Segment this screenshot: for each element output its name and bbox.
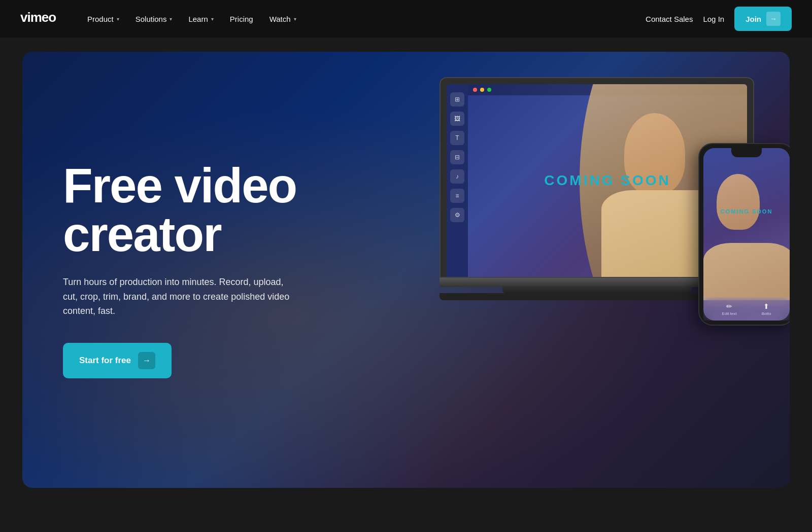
botto-label: Botto	[762, 311, 771, 316]
nav-item-watch[interactable]: Watch ▾	[262, 11, 303, 27]
laptop-base	[439, 278, 754, 287]
phone-screen: COMING SOON ✏ Edit text ⬆ Botto	[703, 148, 790, 321]
hero-title-line1: Free video	[63, 158, 296, 212]
nav-item-product[interactable]: Product ▾	[80, 11, 126, 27]
dot-red	[473, 88, 477, 92]
navbar-right: Contact Sales Log In Join →	[646, 7, 792, 31]
laptop-canvas: COMING SOON	[468, 84, 747, 277]
cta-arrow-icon: →	[138, 352, 155, 369]
phone-mockup: COMING SOON ✏ Edit text ⬆ Botto	[698, 143, 790, 326]
hero-title-line2: creator	[63, 207, 221, 261]
laptop-bottom	[439, 293, 754, 300]
nav-item-pricing[interactable]: Pricing	[223, 11, 260, 27]
botto-icon: ⬆	[763, 302, 769, 310]
coming-soon-phone-text: COMING SOON	[721, 208, 773, 215]
svg-text:vimeo: vimeo	[20, 11, 56, 25]
join-button[interactable]: Join →	[734, 7, 792, 31]
login-link[interactable]: Log In	[703, 15, 724, 23]
phone-notch	[731, 148, 762, 157]
screen-header	[468, 84, 747, 95]
tool-music-icon: ♪	[450, 169, 464, 184]
join-arrow-icon: →	[766, 12, 781, 26]
phone-bottom-bar: ✏ Edit text ⬆ Botto	[703, 297, 790, 321]
phone-bottom-botto: ⬆ Botto	[762, 302, 771, 316]
tool-layout-icon: ⊟	[450, 150, 464, 164]
nav-item-solutions[interactable]: Solutions ▾	[128, 11, 180, 27]
hero-wrapper: Free video creator Turn hours of product…	[0, 38, 812, 502]
tool-image-icon: 🖼	[450, 112, 464, 126]
nav-label-learn: Learn	[188, 15, 208, 23]
hero-section: Free video creator Turn hours of product…	[22, 52, 790, 488]
navbar: vimeo Product ▾ Solutions ▾ Learn ▾ Pric…	[0, 0, 812, 38]
nav-item-learn[interactable]: Learn ▾	[181, 11, 220, 27]
solutions-chevron-icon: ▾	[170, 16, 172, 22]
edit-text-label: Edit text	[722, 311, 737, 316]
nav-label-watch: Watch	[269, 15, 291, 23]
laptop-screen-outer: ⊞ 🖼 T ⊟ ♪ ≡ ⚙	[439, 77, 754, 278]
coming-soon-text: COMING SOON	[544, 172, 670, 189]
phone-bottom-edit: ✏ Edit text	[722, 302, 737, 316]
tool-caption-icon: ≡	[450, 189, 464, 203]
join-label: Join	[746, 15, 761, 23]
start-free-button[interactable]: Start for free →	[63, 343, 172, 378]
tool-settings-icon: ⚙	[450, 208, 464, 222]
cta-label: Start for free	[79, 356, 131, 366]
dot-yellow	[480, 88, 484, 92]
hero-title: Free video creator	[63, 161, 296, 259]
laptop-mockup: ⊞ 🖼 T ⊟ ♪ ≡ ⚙	[439, 77, 754, 300]
nav-label-product: Product	[87, 15, 114, 23]
watch-chevron-icon: ▾	[294, 16, 296, 22]
laptop-screen-inner: ⊞ 🖼 T ⊟ ♪ ≡ ⚙	[447, 84, 747, 277]
hero-devices: ⊞ 🖼 T ⊟ ♪ ≡ ⚙	[424, 52, 790, 488]
contact-sales-link[interactable]: Contact Sales	[646, 15, 693, 23]
product-chevron-icon: ▾	[117, 16, 119, 22]
dot-green	[487, 88, 491, 92]
laptop-toolbar: ⊞ 🖼 T ⊟ ♪ ≡ ⚙	[447, 84, 468, 277]
nav-label-pricing: Pricing	[230, 15, 253, 23]
nav-items: Product ▾ Solutions ▾ Learn ▾ Pricing Wa…	[80, 11, 303, 27]
edit-pen-icon: ✏	[726, 302, 732, 310]
nav-label-solutions: Solutions	[136, 15, 167, 23]
tool-text-icon: T	[450, 131, 464, 145]
learn-chevron-icon: ▾	[211, 16, 214, 22]
tool-grid-icon: ⊞	[450, 92, 464, 107]
navbar-left: vimeo Product ▾ Solutions ▾ Learn ▾ Pric…	[20, 11, 303, 27]
logo[interactable]: vimeo	[20, 11, 66, 27]
hero-content: Free video creator Turn hours of product…	[63, 161, 296, 378]
phone-outer: COMING SOON ✏ Edit text ⬆ Botto	[698, 143, 790, 326]
hero-subtitle: Turn hours of production into minutes. R…	[63, 275, 296, 318]
